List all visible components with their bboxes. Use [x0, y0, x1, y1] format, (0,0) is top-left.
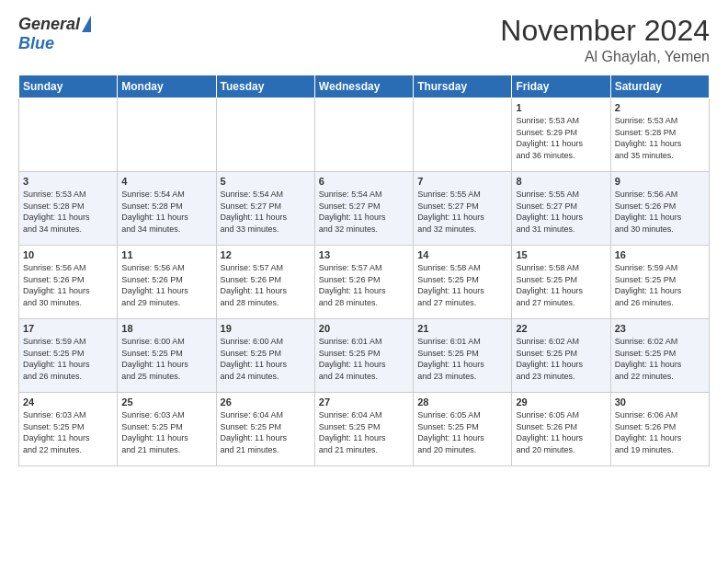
weekday-header-saturday: Saturday: [610, 75, 709, 98]
day-info: Sunrise: 6:04 AM Sunset: 5:25 PM Dayligh…: [221, 409, 311, 455]
day-info: Sunrise: 6:01 AM Sunset: 5:25 PM Dayligh…: [417, 336, 507, 382]
calendar-cell: 15Sunrise: 5:58 AM Sunset: 5:25 PM Dayli…: [512, 246, 610, 319]
day-number: 7: [417, 176, 507, 187]
calendar-cell: 1Sunrise: 5:53 AM Sunset: 5:29 PM Daylig…: [512, 98, 610, 172]
day-number: 21: [417, 323, 507, 334]
day-info: Sunrise: 6:04 AM Sunset: 5:25 PM Dayligh…: [319, 409, 409, 455]
day-info: Sunrise: 5:56 AM Sunset: 5:26 PM Dayligh…: [23, 262, 113, 308]
day-info: Sunrise: 5:57 AM Sunset: 5:26 PM Dayligh…: [221, 262, 311, 308]
day-info: Sunrise: 5:55 AM Sunset: 5:27 PM Dayligh…: [417, 189, 507, 235]
calendar-cell: 10Sunrise: 5:56 AM Sunset: 5:26 PM Dayli…: [19, 246, 118, 319]
calendar-cell: 18Sunrise: 6:00 AM Sunset: 5:25 PM Dayli…: [118, 319, 216, 393]
day-info: Sunrise: 6:05 AM Sunset: 5:25 PM Dayligh…: [417, 409, 507, 455]
day-number: 27: [319, 396, 409, 408]
logo-general-text: General: [18, 15, 80, 34]
day-number: 6: [319, 176, 409, 187]
calendar-week-row: 1Sunrise: 5:53 AM Sunset: 5:29 PM Daylig…: [19, 98, 710, 172]
day-info: Sunrise: 5:58 AM Sunset: 5:25 PM Dayligh…: [417, 262, 507, 308]
weekday-header-thursday: Thursday: [414, 75, 512, 98]
calendar-cell: 13Sunrise: 5:57 AM Sunset: 5:26 PM Dayli…: [314, 246, 413, 319]
weekday-header-row: SundayMondayTuesdayWednesdayThursdayFrid…: [19, 75, 710, 98]
calendar-week-row: 10Sunrise: 5:56 AM Sunset: 5:26 PM Dayli…: [19, 246, 710, 319]
calendar-cell: 5Sunrise: 5:54 AM Sunset: 5:27 PM Daylig…: [216, 172, 314, 246]
calendar-cell: 3Sunrise: 5:53 AM Sunset: 5:28 PM Daylig…: [19, 172, 118, 246]
day-number: 25: [121, 396, 211, 408]
day-info: Sunrise: 5:59 AM Sunset: 5:25 PM Dayligh…: [23, 336, 113, 382]
day-number: 20: [319, 323, 409, 334]
day-info: Sunrise: 6:02 AM Sunset: 5:25 PM Dayligh…: [516, 336, 606, 382]
day-info: Sunrise: 6:05 AM Sunset: 5:26 PM Dayligh…: [516, 409, 606, 455]
calendar-cell: 28Sunrise: 6:05 AM Sunset: 5:25 PM Dayli…: [414, 393, 512, 466]
day-info: Sunrise: 6:02 AM Sunset: 5:25 PM Dayligh…: [615, 336, 705, 382]
calendar-cell: 16Sunrise: 5:59 AM Sunset: 5:25 PM Dayli…: [610, 246, 709, 319]
day-info: Sunrise: 5:53 AM Sunset: 5:28 PM Dayligh…: [23, 189, 113, 235]
day-info: Sunrise: 5:53 AM Sunset: 5:28 PM Dayligh…: [615, 115, 705, 161]
header: General Blue November 2024 Al Ghaylah, Y…: [18, 15, 710, 65]
day-number: 19: [221, 323, 311, 334]
calendar-cell: 23Sunrise: 6:02 AM Sunset: 5:25 PM Dayli…: [610, 319, 709, 393]
day-info: Sunrise: 5:54 AM Sunset: 5:27 PM Dayligh…: [319, 189, 409, 235]
day-number: 9: [615, 176, 705, 187]
calendar-cell: 4Sunrise: 5:54 AM Sunset: 5:28 PM Daylig…: [118, 172, 216, 246]
calendar-cell: 27Sunrise: 6:04 AM Sunset: 5:25 PM Dayli…: [314, 393, 413, 466]
day-number: 4: [121, 176, 211, 187]
day-info: Sunrise: 6:01 AM Sunset: 5:25 PM Dayligh…: [319, 336, 409, 382]
calendar-cell: 24Sunrise: 6:03 AM Sunset: 5:25 PM Dayli…: [19, 393, 118, 466]
weekday-header-friday: Friday: [512, 75, 610, 98]
calendar-cell: 11Sunrise: 5:56 AM Sunset: 5:26 PM Dayli…: [118, 246, 216, 319]
day-number: 2: [615, 102, 705, 113]
calendar-cell: 7Sunrise: 5:55 AM Sunset: 5:27 PM Daylig…: [414, 172, 512, 246]
calendar-cell: 14Sunrise: 5:58 AM Sunset: 5:25 PM Dayli…: [414, 246, 512, 319]
day-number: 8: [516, 176, 606, 187]
day-number: 30: [615, 396, 705, 408]
day-info: Sunrise: 5:54 AM Sunset: 5:28 PM Dayligh…: [121, 189, 211, 235]
location-title: Al Ghaylah, Yemen: [500, 49, 710, 65]
day-info: Sunrise: 5:53 AM Sunset: 5:29 PM Dayligh…: [516, 115, 606, 161]
calendar-cell: 8Sunrise: 5:55 AM Sunset: 5:27 PM Daylig…: [512, 172, 610, 246]
calendar-cell: 20Sunrise: 6:01 AM Sunset: 5:25 PM Dayli…: [314, 319, 413, 393]
day-info: Sunrise: 5:58 AM Sunset: 5:25 PM Dayligh…: [516, 262, 606, 308]
day-number: 26: [221, 396, 311, 408]
day-number: 3: [23, 176, 113, 187]
day-number: 11: [121, 249, 211, 260]
calendar-table: SundayMondayTuesdayWednesdayThursdayFrid…: [18, 75, 710, 466]
month-title: November 2024: [500, 15, 710, 47]
day-number: 1: [516, 102, 606, 113]
day-number: 12: [221, 249, 311, 260]
calendar-week-row: 3Sunrise: 5:53 AM Sunset: 5:28 PM Daylig…: [19, 172, 710, 246]
calendar-cell: [118, 98, 216, 172]
day-number: 10: [23, 249, 113, 260]
day-number: 15: [516, 249, 606, 260]
day-number: 13: [319, 249, 409, 260]
day-info: Sunrise: 5:57 AM Sunset: 5:26 PM Dayligh…: [319, 262, 409, 308]
day-info: Sunrise: 5:56 AM Sunset: 5:26 PM Dayligh…: [615, 189, 705, 235]
page: General Blue November 2024 Al Ghaylah, Y…: [0, 0, 728, 481]
day-info: Sunrise: 5:54 AM Sunset: 5:27 PM Dayligh…: [221, 189, 311, 235]
calendar-cell: 26Sunrise: 6:04 AM Sunset: 5:25 PM Dayli…: [216, 393, 314, 466]
weekday-header-tuesday: Tuesday: [216, 75, 314, 98]
calendar-week-row: 24Sunrise: 6:03 AM Sunset: 5:25 PM Dayli…: [19, 393, 710, 466]
calendar-cell: 30Sunrise: 6:06 AM Sunset: 5:26 PM Dayli…: [610, 393, 709, 466]
calendar-cell: 17Sunrise: 5:59 AM Sunset: 5:25 PM Dayli…: [19, 319, 118, 393]
logo: General Blue: [18, 15, 91, 53]
calendar-cell: 12Sunrise: 5:57 AM Sunset: 5:26 PM Dayli…: [216, 246, 314, 319]
day-info: Sunrise: 6:06 AM Sunset: 5:26 PM Dayligh…: [615, 409, 705, 455]
calendar-cell: [414, 98, 512, 172]
day-number: 18: [121, 323, 211, 334]
day-number: 5: [221, 176, 311, 187]
calendar-week-row: 17Sunrise: 5:59 AM Sunset: 5:25 PM Dayli…: [19, 319, 710, 393]
calendar-cell: 9Sunrise: 5:56 AM Sunset: 5:26 PM Daylig…: [610, 172, 709, 246]
day-info: Sunrise: 6:03 AM Sunset: 5:25 PM Dayligh…: [23, 409, 113, 455]
day-info: Sunrise: 5:55 AM Sunset: 5:27 PM Dayligh…: [516, 189, 606, 235]
calendar-cell: [216, 98, 314, 172]
calendar-cell: 22Sunrise: 6:02 AM Sunset: 5:25 PM Dayli…: [512, 319, 610, 393]
day-info: Sunrise: 5:56 AM Sunset: 5:26 PM Dayligh…: [121, 262, 211, 308]
day-info: Sunrise: 6:00 AM Sunset: 5:25 PM Dayligh…: [121, 336, 211, 382]
day-number: 24: [23, 396, 113, 408]
weekday-header-wednesday: Wednesday: [314, 75, 413, 98]
day-number: 17: [23, 323, 113, 334]
title-block: November 2024 Al Ghaylah, Yemen: [500, 15, 710, 65]
day-number: 16: [615, 249, 705, 260]
day-info: Sunrise: 6:03 AM Sunset: 5:25 PM Dayligh…: [121, 409, 211, 455]
logo-blue-text: Blue: [18, 34, 54, 53]
